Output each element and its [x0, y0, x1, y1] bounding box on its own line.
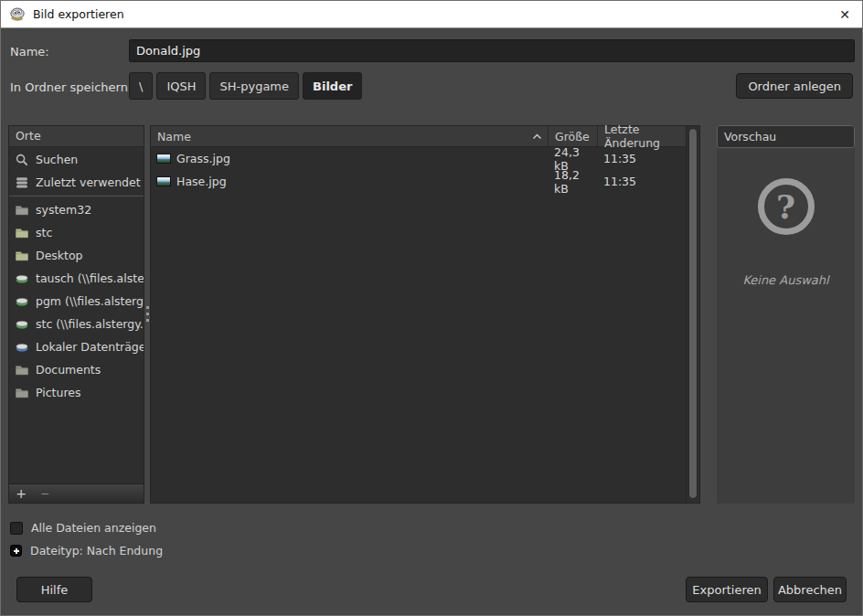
file-name: Hase.jpg — [176, 175, 227, 188]
places-toolbar: + − — [9, 483, 144, 503]
file-name: Grass.jpg — [176, 152, 230, 165]
question-mark-icon: ? — [758, 178, 815, 235]
column-label-name: Name — [157, 130, 191, 143]
place-item-stc-files-alstergy[interactable]: stc (\\files.alstergy... — [9, 313, 144, 335]
column-header-size[interactable]: Größe — [548, 126, 597, 146]
place-item-documents[interactable]: Documents — [9, 358, 144, 381]
recent-icon — [15, 175, 29, 190]
file-row-hase-jpg[interactable]: Hase.jpg18,2 kB11:35 — [151, 170, 699, 193]
place-item-zuletzt-verwendet[interactable]: Zuletzt verwendet — [9, 171, 144, 194]
path-bar: \IQSHSH-pygameBilder — [129, 72, 362, 100]
path-segment-root[interactable]: \ — [129, 72, 153, 100]
window-title: Bild exportieren — [33, 7, 124, 21]
file-list-panel: Name Größe Letzte Änderung Grass.jpg24,3… — [150, 125, 700, 504]
column-header-modified[interactable]: Letzte Änderung — [597, 126, 686, 146]
preview-header: Vorschau — [717, 125, 855, 148]
place-label: Lokaler Datenträge... — [36, 340, 144, 354]
place-item-system32[interactable]: system32 — [9, 198, 144, 221]
place-label: Pictures — [36, 386, 81, 399]
file-list-header: Name Größe Letzte Änderung — [151, 126, 699, 147]
network-drive-icon — [15, 317, 29, 332]
show-all-files-row: Alle Dateien anzeigen — [10, 521, 156, 535]
network-drive-icon — [15, 271, 29, 286]
sort-ascending-icon — [532, 133, 542, 140]
file-size: 18,2 kB — [548, 168, 597, 196]
places-panel: Orte SuchenZuletzt verwendetsystem32stcD… — [8, 125, 144, 504]
file-type-label: Dateityp: Nach Endung — [30, 544, 163, 558]
folder-icon — [15, 226, 29, 240]
place-label: Zuletzt verwendet — [36, 175, 141, 189]
path-segment-iqsh[interactable]: IQSH — [156, 72, 206, 100]
place-item-stc[interactable]: stc — [9, 221, 144, 244]
remove-place-button[interactable]: − — [33, 484, 57, 504]
place-item-suchen[interactable]: Suchen — [9, 148, 144, 171]
file-name-cell: Grass.jpg — [151, 152, 548, 165]
scrollbar-thumb[interactable] — [688, 128, 698, 499]
cancel-button[interactable]: Abbrechen — [773, 577, 847, 602]
place-item-lokaler-datentr-ge[interactable]: Lokaler Datenträge... — [9, 335, 144, 358]
panel-splitter-handle[interactable] — [145, 306, 149, 332]
place-item-tausch-files-alste[interactable]: tausch (\\files.alste... — [9, 267, 144, 290]
show-all-files-checkbox[interactable] — [10, 522, 23, 535]
name-label: Name: — [10, 45, 49, 58]
export-button[interactable]: Exportieren — [686, 577, 768, 602]
gimp-wilber-icon — [9, 7, 26, 21]
place-label: system32 — [36, 203, 91, 217]
place-label: stc — [36, 226, 52, 239]
place-item-pgm-files-alsterg[interactable]: pgm (\\files.alsterg... — [9, 290, 144, 313]
preview-panel: Vorschau ? Keine Auswahl — [717, 125, 855, 504]
add-place-button[interactable]: + — [9, 484, 33, 504]
create-folder-button[interactable]: Ordner anlegen — [736, 73, 853, 99]
folder-icon — [15, 203, 29, 218]
places-list: SuchenZuletzt verwendetsystem32stcDeskto… — [9, 148, 144, 483]
file-modified: 11:35 — [597, 152, 686, 165]
image-file-icon — [156, 176, 171, 186]
no-selection-text: Keine Auswahl — [717, 273, 855, 287]
column-header-name[interactable]: Name — [151, 126, 548, 146]
show-all-files-label: Alle Dateien anzeigen — [31, 521, 156, 535]
filename-input[interactable] — [129, 39, 855, 62]
file-name-cell: Hase.jpg — [151, 175, 548, 188]
path-segment-sh-pygame[interactable]: SH-pygame — [209, 72, 299, 100]
place-item-desktop[interactable]: Desktop — [9, 244, 144, 267]
places-separator — [9, 196, 144, 196]
place-label: Desktop — [36, 249, 83, 262]
path-segment-bilder[interactable]: Bilder — [303, 72, 362, 100]
expander-plus-icon[interactable] — [10, 545, 22, 557]
close-icon[interactable]: ✕ — [827, 1, 862, 28]
folder-icon — [15, 363, 29, 377]
file-type-row: Dateityp: Nach Endung — [10, 544, 163, 558]
file-rows: Grass.jpg24,3 kB11:35Hase.jpg18,2 kB11:3… — [151, 147, 699, 193]
file-row-grass-jpg[interactable]: Grass.jpg24,3 kB11:35 — [151, 147, 699, 170]
places-header: Orte — [9, 126, 144, 147]
save-in-folder-label: In Ordner speichern: — [10, 80, 132, 94]
local-drive-icon — [15, 340, 29, 355]
search-icon — [15, 153, 29, 167]
place-label: Suchen — [36, 153, 78, 166]
file-modified: 11:35 — [597, 175, 686, 188]
place-label: tausch (\\files.alste... — [36, 271, 144, 285]
help-button[interactable]: Hilfe — [16, 577, 92, 602]
export-image-dialog: Bild exportieren ✕ Name: In Ordner speic… — [0, 0, 863, 616]
titlebar: Bild exportieren ✕ — [1, 1, 862, 28]
place-label: stc (\\files.alstergy... — [36, 317, 144, 331]
place-item-pictures[interactable]: Pictures — [9, 381, 144, 404]
network-drive-icon — [15, 294, 29, 309]
folder-icon — [15, 249, 29, 263]
place-label: Documents — [36, 363, 101, 377]
file-list-scrollbar[interactable] — [686, 126, 699, 503]
place-label: pgm (\\files.alsterg... — [36, 294, 144, 308]
folder-icon — [15, 386, 29, 400]
image-file-icon — [156, 154, 171, 164]
